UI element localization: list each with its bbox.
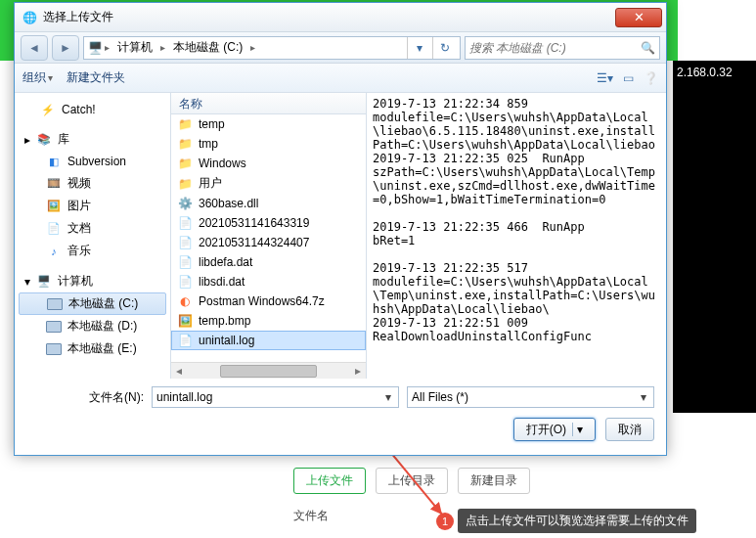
address-bar[interactable]: 🖥️ ▸ 计算机 ▸ 本地磁盘 (C:) ▸ ▾ ↻ xyxy=(83,36,461,60)
folder-icon: 📁 xyxy=(177,136,193,152)
crumb-drive[interactable]: 本地磁盘 (C:) xyxy=(167,37,248,58)
folder-icon: 📁 xyxy=(177,156,193,171)
file-name: tmp xyxy=(199,137,218,151)
nav-doc[interactable]: 📄文档 xyxy=(19,217,166,240)
view-mode-button[interactable]: ☰▾ xyxy=(597,71,613,85)
file-name: temp xyxy=(199,117,225,131)
library-icon: 📚 xyxy=(36,132,52,148)
dialog-title: 选择上传文件 xyxy=(43,9,113,25)
nav-pane[interactable]: ⚡Catch! ▸📚库 ◧Subversion 🎞️视频 🖼️图片 📄文档 ♪音… xyxy=(15,93,171,379)
search-input[interactable] xyxy=(469,41,641,55)
list-item[interactable]: 📄libdefa.dat xyxy=(171,252,366,272)
file-name: unintall.log xyxy=(199,334,254,347)
list-item[interactable]: 📄unintall.log xyxy=(171,331,366,350)
list-item[interactable]: 📄libsdi.dat xyxy=(171,272,366,291)
forward-icon: ► xyxy=(60,41,71,55)
file-icon: 📄 xyxy=(177,235,193,250)
nav-drive-c[interactable]: 本地磁盘 (C:) xyxy=(19,292,166,315)
nav-subversion[interactable]: ◧Subversion xyxy=(19,151,166,172)
nav-catch[interactable]: ⚡Catch! xyxy=(19,99,166,120)
file-name: Postman Windows64.7z xyxy=(199,294,325,308)
filename-label: 文件名(N): xyxy=(26,389,144,406)
new-dir-button[interactable]: 新建目录 xyxy=(458,468,530,494)
terminal-text: 2.168.0.32 xyxy=(677,66,733,79)
nav-drive-d[interactable]: 本地磁盘 (D:) xyxy=(19,315,166,337)
list-item[interactable]: 🖼️temp.bmp xyxy=(171,311,366,331)
list-item[interactable]: 📄20210531141643319 xyxy=(171,213,366,233)
nav-computer[interactable]: ▾🖥️计算机 xyxy=(19,270,166,292)
open-button[interactable]: 打开(O)▾ xyxy=(513,418,596,441)
address-dropdown[interactable]: ▾ xyxy=(407,37,430,59)
filter-combo[interactable]: All Files (*) ▾ xyxy=(407,386,654,408)
file-open-dialog: 🌐 选择上传文件 ✕ ◄ ► 🖥️ ▸ 计算机 ▸ 本地磁盘 (C:) ▸ ▾ … xyxy=(14,2,667,456)
crumb-computer[interactable]: 计算机 xyxy=(111,37,158,58)
file-name: 360base.dll xyxy=(199,197,258,210)
nav-music[interactable]: ♪音乐 xyxy=(19,240,166,262)
dialog-bottom-bar: 文件名(N): ▾ All Files (*) ▾ 打开(O)▾ 取消 xyxy=(15,379,666,449)
list-item[interactable]: ⚙️360base.dll xyxy=(171,194,366,213)
nav-picture[interactable]: 🖼️图片 xyxy=(19,195,166,217)
file-name: temp.bmp xyxy=(199,314,250,328)
picture-icon: 🖼️ xyxy=(46,199,62,214)
file-icon: 📄 xyxy=(177,254,193,270)
nav-back-button[interactable]: ◄ xyxy=(21,35,48,61)
preview-pane-button[interactable]: ▭ xyxy=(623,71,634,85)
filename-input[interactable] xyxy=(156,390,382,404)
organize-menu[interactable]: 组织 ▾ xyxy=(22,69,53,86)
nav-video[interactable]: 🎞️视频 xyxy=(19,172,166,195)
chevron-down-icon[interactable]: ▾ xyxy=(638,390,649,404)
chevron-down-icon: ▾ xyxy=(48,72,53,83)
new-folder-button[interactable]: 新建文件夹 xyxy=(67,69,125,86)
chevron-down-icon[interactable]: ▾ xyxy=(382,390,394,404)
file-icon: 📄 xyxy=(177,274,193,290)
drive-icon xyxy=(46,343,62,355)
computer-icon: 🖥️ xyxy=(88,41,103,55)
list-item[interactable]: 📁用户 xyxy=(171,173,366,194)
chevron-right-icon[interactable]: ▸ xyxy=(105,42,110,53)
nav-forward-button[interactable]: ► xyxy=(52,35,79,61)
bolt-icon: ⚡ xyxy=(40,102,56,117)
upload-file-button[interactable]: 上传文件 xyxy=(293,468,366,494)
cancel-button[interactable]: 取消 xyxy=(605,418,654,441)
preview-pane: 2019-7-13 21:22:34 859 modulefile=C:\Use… xyxy=(367,93,666,379)
svn-icon: ◧ xyxy=(46,154,62,169)
annotation-tooltip: 点击上传文件可以预览选择需要上传的文件 xyxy=(458,509,696,533)
nav-drive-e[interactable]: 本地磁盘 (E:) xyxy=(19,337,166,360)
chevron-right-icon[interactable]: ▸ xyxy=(250,42,255,53)
document-icon: 📄 xyxy=(46,221,62,237)
close-button[interactable]: ✕ xyxy=(615,8,662,27)
filename-combo[interactable]: ▾ xyxy=(152,386,399,408)
list-item[interactable]: 📁tmp xyxy=(171,134,366,154)
drive-icon xyxy=(47,298,63,310)
file-name: 用户 xyxy=(199,175,222,192)
search-box[interactable]: 🔍 xyxy=(465,36,660,60)
file-list[interactable]: 📁temp📁tmp📁Windows📁用户⚙️360base.dll📄202105… xyxy=(171,114,366,362)
open-split-dropdown[interactable]: ▾ xyxy=(572,423,583,436)
dialog-icon: 🌐 xyxy=(22,11,37,24)
nav-library[interactable]: ▸📚库 xyxy=(19,128,166,151)
file-name: 20210531141643319 xyxy=(199,216,309,230)
upload-dir-button[interactable]: 上传目录 xyxy=(376,468,448,494)
annotation-badge: 1 xyxy=(436,513,454,530)
refresh-button[interactable]: ↻ xyxy=(432,37,456,59)
file-name: libsdi.dat xyxy=(199,275,245,289)
horizontal-scrollbar[interactable]: ◂▸ xyxy=(171,362,366,379)
computer-icon: 🖥️ xyxy=(36,274,52,290)
dll-icon: ⚙️ xyxy=(177,196,193,211)
file-name: Windows xyxy=(199,157,246,170)
list-item[interactable]: 📄20210531144324407 xyxy=(171,233,366,252)
file-icon: 📄 xyxy=(177,215,193,231)
nav-bar: ◄ ► 🖥️ ▸ 计算机 ▸ 本地磁盘 (C:) ▸ ▾ ↻ 🔍 xyxy=(15,32,666,64)
back-icon: ◄ xyxy=(28,41,40,55)
column-header-name[interactable]: 名称 xyxy=(171,93,366,114)
titlebar[interactable]: 🌐 选择上传文件 ✕ xyxy=(15,3,666,32)
list-item[interactable]: 📁temp xyxy=(171,114,366,134)
list-item[interactable]: ◐Postman Windows64.7z xyxy=(171,291,366,311)
search-icon[interactable]: 🔍 xyxy=(641,41,655,55)
annotation: 1 点击上传文件可以预览选择需要上传的文件 xyxy=(436,509,696,533)
folder-icon: 📁 xyxy=(177,116,193,132)
chevron-right-icon[interactable]: ▸ xyxy=(160,42,165,53)
terminal-panel: 2.168.0.32 xyxy=(673,61,756,413)
help-button[interactable]: ❔ xyxy=(644,71,658,85)
list-item[interactable]: 📁Windows xyxy=(171,154,366,173)
